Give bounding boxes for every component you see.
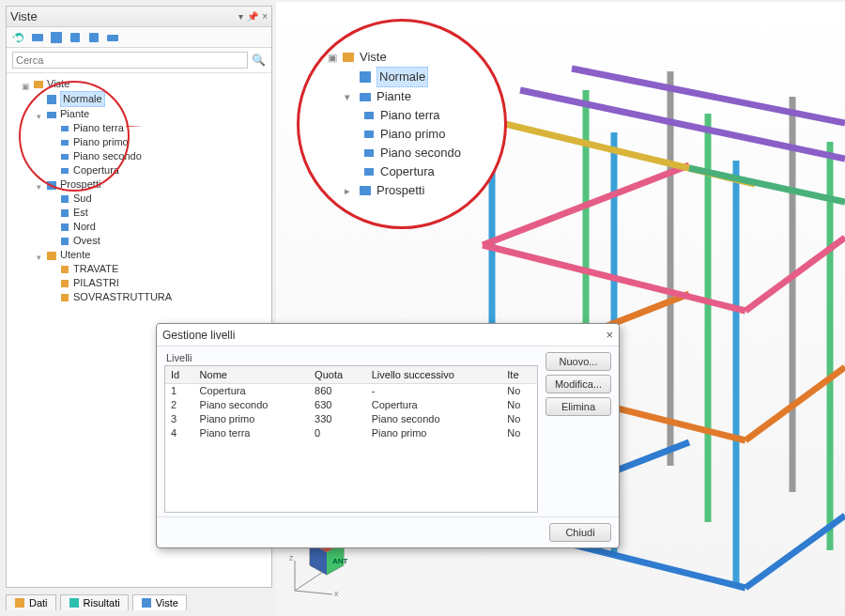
tool-icon-1[interactable] [31,31,44,44]
col-nome[interactable]: Nome [194,366,310,383]
svg-rect-39 [47,112,56,118]
svg-rect-44 [47,181,56,190]
tab-viste[interactable]: Viste [132,594,187,610]
svg-rect-32 [32,34,43,41]
table-row[interactable]: 2Piano secondo630CoperturaNo [165,397,537,411]
tree-root[interactable]: Viste [47,77,69,91]
col-quota[interactable]: Quota [309,366,366,383]
svg-rect-35 [89,33,99,42]
delete-button[interactable]: Elimina [545,397,611,416]
svg-line-9 [745,516,845,588]
svg-rect-36 [107,35,118,41]
svg-rect-48 [61,238,69,245]
table-row[interactable]: 3Piano primo330Piano secondoNo [165,411,537,425]
col-ite[interactable]: Ite [501,366,537,383]
tree-item[interactable]: Copertura [73,163,119,177]
tree-item[interactable]: Piano secondo [73,149,142,163]
table-row[interactable]: 1Copertura860-No [165,383,537,397]
tool-icon-5[interactable] [106,31,119,44]
col-succ[interactable]: Livello successivo [366,366,502,383]
panel-title: Viste [10,9,38,23]
levels-dialog: Gestione livelli × Livelli Id Nome Quota… [156,323,620,548]
tree-item-utente[interactable]: Utente [60,248,90,262]
svg-rect-46 [61,209,69,217]
svg-rect-57 [364,112,374,119]
svg-rect-38 [47,95,56,104]
tree-item[interactable]: Sud [73,192,92,206]
bottom-tabs: Dati Risultati Viste [6,594,187,610]
svg-rect-34 [70,33,80,42]
tree-item[interactable]: Ovest [73,234,100,248]
svg-rect-49 [47,252,56,260]
svg-line-21 [295,591,332,594]
tool-icon-4[interactable] [87,31,100,44]
tree-item[interactable]: Piano terra [73,121,124,135]
annotation-zoom-circle: ▣Viste Normale ▾Piante Piano terra Piano… [297,19,507,229]
tree-item-piante[interactable]: Piante [60,107,89,121]
views-tree[interactable]: ▣Viste Normale ▾Piante Piano terra Piano… [7,73,271,308]
dialog-title: Gestione livelli [162,329,235,342]
svg-rect-62 [15,598,24,608]
search-input[interactable] [12,52,248,69]
svg-rect-37 [34,81,43,88]
group-label: Livelli [164,352,538,363]
svg-rect-43 [61,168,69,174]
svg-rect-60 [364,168,374,176]
edit-button[interactable]: Modifica... [545,375,611,393]
svg-rect-64 [142,598,151,608]
panel-pin-icon[interactable]: ▾ [238,11,243,22]
tree-item[interactable]: PILASTRI [73,276,119,290]
svg-text:z: z [289,553,294,562]
svg-rect-50 [61,266,69,273]
svg-rect-51 [61,280,69,287]
svg-rect-40 [61,126,69,131]
tree-item[interactable]: Nord [73,220,96,234]
svg-rect-47 [61,223,69,231]
dialog-close-icon[interactable]: × [606,328,613,342]
tab-risultati[interactable]: Risultati [60,594,129,610]
svg-rect-55 [360,71,371,83]
tab-dati[interactable]: Dati [6,594,56,610]
svg-rect-63 [69,598,79,608]
svg-text:x: x [334,589,339,598]
svg-rect-41 [61,140,69,146]
tree-item[interactable]: Est [73,206,88,220]
panel-toolbar [7,27,271,48]
refresh-icon[interactable] [12,31,25,44]
new-button[interactable]: Nuovo... [545,352,611,371]
svg-rect-59 [364,149,374,157]
svg-rect-61 [360,186,371,195]
tree-item[interactable]: Piano primo [73,135,129,149]
svg-line-18 [520,90,845,159]
search-icon[interactable]: 🔍 [252,54,266,67]
svg-rect-33 [51,32,62,43]
svg-rect-42 [61,154,69,160]
tool-icon-2[interactable] [50,31,63,44]
svg-rect-54 [343,53,354,62]
svg-rect-56 [360,93,371,101]
svg-text:ANT: ANT [332,557,348,565]
table-row[interactable]: 4Piano terra0Piano primoNo [165,425,537,439]
tree-item-prospetti[interactable]: Prospetti [60,177,100,192]
tool-icon-3[interactable] [69,31,82,44]
panel-pushpin-icon[interactable]: 📌 [247,11,258,22]
close-button[interactable]: Chiudi [549,523,611,542]
tree-item[interactable]: TRAVATE [73,262,118,276]
panel-header: Viste ▾ 📌 × [7,7,271,27]
svg-rect-52 [61,294,69,301]
tree-item[interactable]: SOVRASTRUTTURA [73,290,172,304]
panel-close-icon[interactable]: × [262,11,268,22]
svg-rect-58 [364,131,374,138]
levels-grid[interactable]: Id Nome Quota Livello successivo Ite 1Co… [164,365,538,513]
svg-line-20 [689,168,845,202]
tree-item-normale[interactable]: Normale [60,91,105,107]
svg-rect-45 [61,195,69,203]
col-id[interactable]: Id [165,366,194,383]
